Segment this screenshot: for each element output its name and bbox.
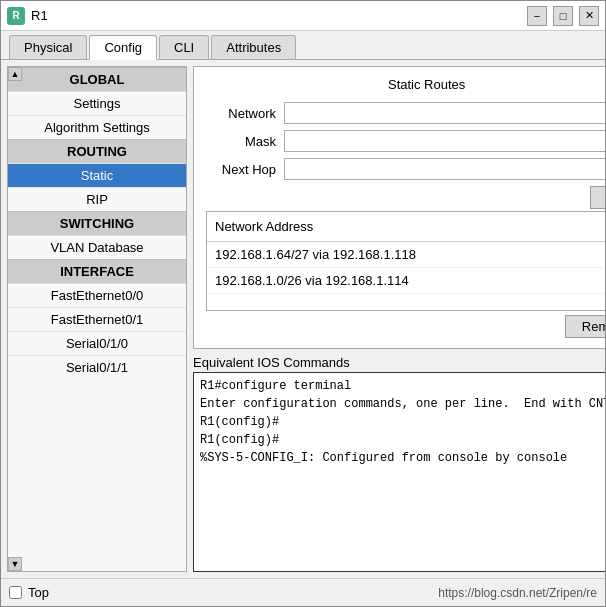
nexthop-input[interactable]: [284, 158, 605, 180]
maximize-button[interactable]: □: [553, 6, 573, 26]
network-address-column: Network Address: [215, 219, 313, 234]
sidebar-header-global: GLOBAL: [8, 67, 186, 91]
title-bar: R R1 − □ ✕: [1, 1, 605, 31]
table-row[interactable]: 192.168.1.0/26 via 192.168.1.114: [207, 268, 605, 294]
network-row: Network: [206, 102, 605, 124]
window-controls: − □ ✕: [527, 6, 599, 26]
sidebar-header-routing: ROUTING: [8, 139, 186, 163]
mask-row: Mask: [206, 130, 605, 152]
bottom-bar: Top https://blog.csdn.net/Zripen/re: [1, 578, 605, 606]
mask-label: Mask: [206, 134, 276, 149]
ios-commands-text: R1#configure terminal Enter configuratio…: [200, 377, 605, 567]
network-table: Network Address ▲ ▼ 192.168.1.64/27 via …: [206, 211, 605, 311]
top-checkbox-area: Top: [9, 585, 49, 600]
tab-config[interactable]: Config: [89, 35, 157, 60]
sidebar-item-fastethernet01[interactable]: FastEthernet0/1: [8, 307, 186, 331]
add-button[interactable]: Add: [590, 186, 605, 209]
tab-attributes[interactable]: Attributes: [211, 35, 296, 59]
sidebar-item-rip[interactable]: RIP: [8, 187, 186, 211]
close-button[interactable]: ✕: [579, 6, 599, 26]
network-table-header: Network Address ▲ ▼: [207, 212, 605, 242]
sidebar-item-algorithm-settings[interactable]: Algorithm Settings: [8, 115, 186, 139]
tab-physical[interactable]: Physical: [9, 35, 87, 59]
sidebar-item-serial011[interactable]: Serial0/1/1: [8, 355, 186, 379]
sidebar-scroll-up[interactable]: ▲: [8, 67, 22, 81]
left-panel: GLOBAL Settings Algorithm Settings ROUTI…: [7, 66, 187, 572]
network-label: Network: [206, 106, 276, 121]
remove-button[interactable]: Remove: [565, 315, 605, 338]
content-area: GLOBAL Settings Algorithm Settings ROUTI…: [1, 60, 605, 578]
main-window: R R1 − □ ✕ Physical Config CLI Attribute…: [0, 0, 606, 607]
app-icon: R: [7, 7, 25, 25]
ios-commands-section: Equivalent IOS Commands R1#configure ter…: [193, 355, 605, 572]
network-table-body[interactable]: 192.168.1.64/27 via 192.168.1.118 192.16…: [207, 242, 605, 310]
mask-input[interactable]: [284, 130, 605, 152]
sidebar-item-serial010[interactable]: Serial0/1/0: [8, 331, 186, 355]
bottom-link: https://blog.csdn.net/Zripen/re: [438, 586, 597, 600]
right-panel: Static Routes Network Mask Next Hop Add: [193, 66, 605, 572]
sidebar-item-vlan[interactable]: VLAN Database: [8, 235, 186, 259]
add-row: Add: [206, 186, 605, 209]
sidebar-scroll-down[interactable]: ▼: [8, 557, 22, 571]
sidebar-header-switching: SWITCHING: [8, 211, 186, 235]
static-routes-title: Static Routes: [206, 77, 605, 92]
sidebar-item-static[interactable]: Static: [8, 163, 186, 187]
top-checkbox[interactable]: [9, 586, 22, 599]
ios-commands-box[interactable]: R1#configure terminal Enter configuratio…: [193, 372, 605, 572]
top-label: Top: [28, 585, 49, 600]
table-row[interactable]: 192.168.1.64/27 via 192.168.1.118: [207, 242, 605, 268]
remove-row: Remove: [206, 315, 605, 338]
tabs-bar: Physical Config CLI Attributes: [1, 31, 605, 60]
ios-commands-label: Equivalent IOS Commands: [193, 355, 605, 370]
tab-cli[interactable]: CLI: [159, 35, 209, 59]
minimize-button[interactable]: −: [527, 6, 547, 26]
static-routes-box: Static Routes Network Mask Next Hop Add: [193, 66, 605, 349]
window-title: R1: [31, 8, 527, 23]
sidebar-header-interface: INTERFACE: [8, 259, 186, 283]
network-input[interactable]: [284, 102, 605, 124]
nexthop-row: Next Hop: [206, 158, 605, 180]
sidebar-scroll[interactable]: GLOBAL Settings Algorithm Settings ROUTI…: [8, 67, 186, 571]
sidebar-item-fastethernet00[interactable]: FastEthernet0/0: [8, 283, 186, 307]
sidebar-item-settings[interactable]: Settings: [8, 91, 186, 115]
nexthop-label: Next Hop: [206, 162, 276, 177]
